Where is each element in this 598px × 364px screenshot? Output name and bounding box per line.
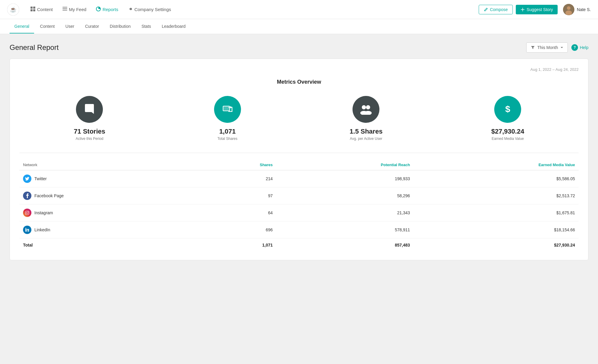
main-content: General Report This Month ? Help Aug 1, … (0, 34, 598, 269)
shares-icon-circle (214, 96, 241, 123)
facebook-reach: 58,296 (276, 187, 414, 204)
col-emv: Earned Media Value (414, 160, 579, 170)
reports-icon (96, 7, 101, 13)
myfeed-icon (62, 7, 67, 12)
emv-value: $27,930.24 (491, 128, 524, 135)
divider (19, 153, 579, 153)
network-cell-linkedin: LinkedIn (19, 221, 200, 238)
metric-total-shares: 1,071 Total Shares (214, 96, 241, 141)
tab-curator[interactable]: Curator (80, 20, 104, 33)
page-title: General Report (10, 43, 59, 52)
svg-point-14 (565, 10, 572, 15)
instagram-icon (23, 209, 31, 217)
total-shares-label: Total Shares (214, 137, 241, 141)
metric-stories: 71 Stories Active this Period (74, 96, 105, 141)
total-shares: 1,071 (200, 238, 276, 252)
linkedin-icon (23, 226, 31, 234)
instagram-reach: 21,343 (276, 204, 414, 221)
svg-rect-24 (25, 229, 26, 232)
svg-rect-6 (62, 7, 67, 7)
tab-content[interactable]: Content (35, 20, 60, 33)
header-actions: This Month ? Help (526, 42, 588, 53)
user-avatar-wrap[interactable]: Nate S. (563, 4, 591, 15)
compose-button[interactable]: Compose (479, 5, 513, 14)
facebook-emv: $2,513.72 (414, 187, 579, 204)
report-card: Aug 1, 2022 – Aug 24, 2022 Metrics Overv… (10, 59, 588, 260)
table-row: Instagram 64 21,343 $1,675.81 (19, 204, 579, 221)
svg-point-13 (567, 6, 570, 10)
top-navigation: ☕ Content My Feed Reports Company Sett (0, 0, 598, 19)
metric-avg-shares: 1.5 Shares Avg. per Active User (350, 96, 382, 141)
table-row: Facebook Page 97 58,296 $2,513.72 (19, 187, 579, 204)
nav-item-content[interactable]: Content (26, 4, 57, 15)
linkedin-emv: $18,154.66 (414, 221, 579, 238)
nav-item-company-settings[interactable]: Company Settings (123, 4, 175, 15)
total-emv: $27,930.24 (414, 238, 579, 252)
nav-item-myfeed[interactable]: My Feed (58, 4, 91, 15)
help-icon: ? (571, 44, 578, 51)
tab-general[interactable]: General (10, 20, 34, 33)
facebook-shares: 97 (200, 187, 276, 204)
svg-point-22 (26, 212, 28, 214)
network-cell-twitter: Twitter (19, 170, 200, 187)
col-shares: Shares (200, 160, 276, 170)
svg-rect-15 (223, 106, 230, 111)
twitter-emv: $5,586.05 (414, 170, 579, 187)
tab-leaderboard[interactable]: Leaderboard (157, 20, 190, 33)
metric-emv: $ $27,930.24 Earned Media Value (491, 96, 524, 141)
total-label: Total (19, 238, 200, 252)
svg-point-16 (362, 105, 366, 109)
network-table: Network Shares Potential Reach Earned Me… (19, 160, 579, 252)
emv-icon-circle: $ (494, 96, 521, 123)
table-header-row: Network Shares Potential Reach Earned Me… (19, 160, 579, 170)
tab-user[interactable]: User (61, 20, 79, 33)
svg-point-25 (25, 228, 26, 229)
twitter-icon (23, 175, 31, 183)
user-name: Nate S. (577, 7, 591, 12)
suggest-story-button[interactable]: Suggest Story (516, 5, 558, 14)
twitter-shares: 214 (200, 170, 276, 187)
stories-label: Active this Period (74, 137, 105, 141)
date-range: Aug 1, 2022 – Aug 24, 2022 (19, 67, 579, 72)
page-header: General Report This Month ? Help (10, 42, 588, 53)
table-row: LinkedIn 696 578,911 $18,154.66 (19, 221, 579, 238)
network-cell-instagram: Instagram (19, 204, 200, 221)
svg-rect-5 (33, 9, 35, 11)
nav-actions: Compose Suggest Story Nate S. (479, 4, 591, 15)
table-row: Twitter 214 198,933 $5,586.05 (19, 170, 579, 187)
twitter-reach: 198,933 (276, 170, 414, 187)
svg-point-23 (28, 212, 28, 212)
tab-distribution[interactable]: Distribution (105, 20, 135, 33)
content-icon (30, 7, 35, 13)
users-icon-circle (353, 96, 379, 123)
linkedin-shares: 696 (200, 221, 276, 238)
nav-item-reports[interactable]: Reports (92, 4, 123, 15)
svg-rect-8 (62, 10, 67, 10)
svg-rect-2 (30, 7, 33, 9)
app-logo[interactable]: ☕ (7, 4, 19, 16)
svg-rect-4 (30, 9, 33, 11)
svg-rect-21 (25, 211, 29, 215)
total-reach: 857,483 (276, 238, 414, 252)
svg-text:$: $ (505, 104, 510, 114)
total-shares-value: 1,071 (214, 128, 241, 135)
metrics-title: Metrics Overview (19, 79, 579, 85)
svg-text:☕: ☕ (10, 6, 17, 13)
filter-button[interactable]: This Month (526, 42, 568, 53)
metrics-grid: 71 Stories Active this Period 1,071 Tota… (19, 96, 579, 141)
svg-rect-7 (62, 8, 67, 9)
tab-stats[interactable]: Stats (137, 20, 156, 33)
svg-point-17 (366, 105, 370, 109)
col-network: Network (19, 160, 200, 170)
table-total-row: Total 1,071 857,483 $27,930.24 (19, 238, 579, 252)
linkedin-reach: 578,911 (276, 221, 414, 238)
sub-navigation: General Content User Curator Distributio… (0, 19, 598, 34)
avg-shares-label: Avg. per Active User (350, 137, 382, 141)
network-cell-facebook: Facebook Page (19, 187, 200, 204)
settings-icon (128, 7, 132, 13)
instagram-emv: $1,675.81 (414, 204, 579, 221)
nav-items: Content My Feed Reports Company Settings (26, 4, 476, 15)
stories-value: 71 Stories (74, 128, 105, 135)
col-reach: Potential Reach (276, 160, 414, 170)
help-button[interactable]: ? Help (571, 44, 588, 51)
